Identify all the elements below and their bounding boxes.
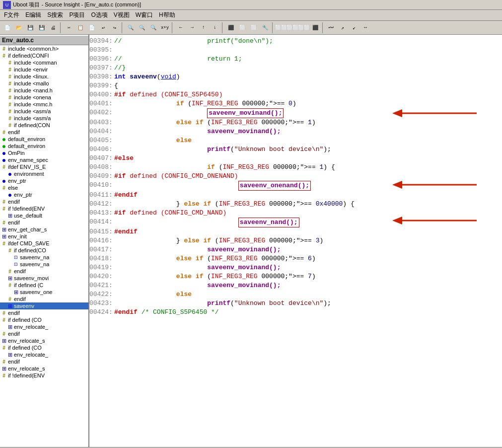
tb-r1[interactable]: ↩↩ bbox=[326, 22, 337, 33]
menu-edit[interactable]: E编辑 bbox=[22, 10, 44, 20]
sidebar-item[interactable]: #ifdef CMD_SAVE bbox=[0, 240, 88, 247]
sidebar-item[interactable]: #else bbox=[0, 184, 88, 191]
tb-b2[interactable]: ⬜ bbox=[237, 22, 248, 33]
tb-paste[interactable]: 📄 bbox=[86, 22, 97, 33]
line-code[interactable]: { bbox=[114, 81, 502, 90]
sidebar-item[interactable]: ⊞saveenv_one bbox=[0, 289, 88, 296]
sidebar-item[interactable]: ●OmPin bbox=[0, 149, 88, 156]
line-code[interactable]: } else if (INF_REG3_REG 000000;">== 3) bbox=[114, 236, 502, 245]
sidebar-item[interactable]: #endif bbox=[0, 296, 88, 302]
sidebar-item[interactable]: #include <mmc.h bbox=[0, 101, 88, 108]
sidebar-item[interactable]: #endif bbox=[0, 330, 88, 337]
tb-back[interactable]: ← bbox=[175, 22, 186, 33]
line-code[interactable]: } else if (INF_REG3_REG 000000;">== 0x40… bbox=[114, 200, 502, 209]
sidebar-item[interactable]: #endif bbox=[0, 358, 88, 365]
sidebar-item[interactable]: #endif bbox=[0, 309, 88, 316]
tb-layout2[interactable]: ⬜⬜ bbox=[287, 22, 298, 33]
line-code[interactable]: saveenv_onenand(); bbox=[114, 181, 502, 191]
line-code[interactable]: else bbox=[114, 290, 502, 299]
line-code[interactable]: if (INF_REG3_REG 000000;">== 0) bbox=[114, 99, 502, 108]
line-code[interactable]: saveenv_movinand(); bbox=[114, 281, 502, 290]
tb-b4[interactable]: 🔧 bbox=[260, 22, 271, 33]
tb-save2[interactable]: 💾 bbox=[36, 22, 47, 33]
tb-r2[interactable]: ↗ bbox=[337, 22, 348, 33]
code-area[interactable]: 00394:// printf("done\n");00395:00396://… bbox=[89, 35, 502, 447]
menu-project[interactable]: P项目 bbox=[66, 10, 88, 20]
tb-search[interactable]: 🔍 bbox=[125, 22, 136, 33]
line-code[interactable]: #else bbox=[114, 154, 502, 163]
sidebar-item[interactable]: #include <common.h> bbox=[0, 45, 88, 52]
line-code[interactable]: else bbox=[114, 136, 502, 145]
tb-copy[interactable]: 📋 bbox=[75, 22, 86, 33]
sidebar-item[interactable]: #include <asm/a bbox=[0, 115, 88, 122]
tb-search3[interactable]: 🔍 bbox=[148, 22, 159, 33]
menu-view[interactable]: V视图 bbox=[111, 10, 133, 20]
sidebar-item[interactable]: #endif bbox=[0, 268, 88, 275]
sidebar-item[interactable]: ●env_ptr bbox=[0, 191, 88, 198]
line-code[interactable]: saveenv_movinand(); bbox=[114, 108, 502, 118]
sidebar-item[interactable]: #if defined(CO bbox=[0, 247, 88, 254]
line-code[interactable]: saveenv_movinand(); bbox=[114, 245, 502, 254]
sidebar-item[interactable]: ⊞env_relocate_ bbox=[0, 323, 88, 330]
sidebar-item[interactable]: ⊡saveenv_na bbox=[0, 261, 88, 268]
line-code[interactable]: printf("Unknown boot device\n"); bbox=[114, 145, 502, 154]
sidebar-item[interactable]: #include <envir bbox=[0, 66, 88, 73]
sidebar-item[interactable]: ⊡saveenv_na bbox=[0, 254, 88, 261]
sidebar-item[interactable]: #include <asm/a bbox=[0, 108, 88, 115]
tb-cut[interactable]: ✂ bbox=[64, 22, 74, 33]
line-code[interactable]: printf("Unknown boot device\n"); bbox=[114, 299, 502, 308]
line-code[interactable]: #if defined (CONFIG_CMD_ONENAND) bbox=[114, 172, 502, 181]
line-code[interactable]: //} bbox=[114, 64, 502, 73]
sidebar-item[interactable]: ⊞env_get_char_s bbox=[0, 226, 88, 233]
sidebar-item[interactable]: ⊞env_relocate_ bbox=[0, 351, 88, 358]
tb-print[interactable]: 🖨 bbox=[48, 22, 59, 33]
line-code[interactable]: else if (INF_REG3_REG 000000;">== 1) bbox=[114, 118, 502, 127]
tb-search2[interactable]: 🔍 bbox=[137, 22, 147, 33]
line-code[interactable]: #if defined (CONFIG_CMD_NAND) bbox=[114, 209, 502, 218]
sidebar-item[interactable]: ●environment bbox=[0, 170, 88, 177]
sidebar-item[interactable]: ⊞env_relocate_s bbox=[0, 337, 88, 344]
menu-help[interactable]: H帮助 bbox=[156, 10, 178, 20]
tb-undo[interactable]: ↩ bbox=[98, 22, 109, 33]
line-code[interactable]: saveenv_movinand(); bbox=[114, 127, 502, 136]
line-code[interactable]: #endif bbox=[114, 227, 502, 236]
line-code[interactable]: if (INF_REG3_REG 000000;">== 1) { bbox=[114, 163, 502, 172]
tb-layout1[interactable]: ⬜⬜ bbox=[276, 22, 287, 33]
sidebar-item[interactable]: #endif bbox=[0, 219, 88, 226]
sidebar-item[interactable]: ●env_name_spec bbox=[0, 156, 88, 163]
line-code[interactable]: #if defined (CONFIG_S5P6450) bbox=[114, 90, 502, 99]
tb-new[interactable]: 📄 bbox=[2, 22, 13, 33]
sidebar-item[interactable]: #if defined(CON bbox=[0, 122, 88, 129]
sidebar-item[interactable]: #if !defined(ENV bbox=[0, 205, 88, 212]
line-code[interactable]: else if (INF_REG3_REG 000000;">== 6) bbox=[114, 254, 502, 263]
sidebar-item[interactable]: ●default_environ bbox=[0, 136, 88, 143]
menu-search[interactable]: S搜索 bbox=[44, 10, 66, 20]
menu-file[interactable]: F文件 bbox=[1, 10, 22, 20]
sidebar-item[interactable]: ⊞env_init bbox=[0, 233, 88, 240]
sidebar-item[interactable]: #endif bbox=[0, 198, 88, 205]
sidebar-item[interactable]: ●env_ptr bbox=[0, 177, 88, 184]
sidebar-item[interactable]: ⊞saveenv bbox=[0, 302, 88, 309]
tb-layout4[interactable]: ⬛ bbox=[310, 22, 321, 33]
tb-fwd[interactable]: → bbox=[187, 22, 198, 33]
line-code[interactable]: else if (INF_REG3_REG 000000;">== 7) bbox=[114, 272, 502, 281]
menu-window[interactable]: W窗口 bbox=[133, 10, 156, 20]
line-code[interactable]: // printf("done\n"); bbox=[114, 37, 502, 46]
sidebar-item[interactable]: ⊞env_relocate_s bbox=[0, 365, 88, 372]
sidebar[interactable]: Env_auto.c #include <common.h>#if define… bbox=[0, 35, 89, 447]
sidebar-item[interactable]: ⊞saveenv_movi bbox=[0, 275, 88, 282]
sidebar-item[interactable]: #if defined (C bbox=[0, 282, 88, 289]
sidebar-item[interactable]: #include <linux. bbox=[0, 73, 88, 80]
line-code[interactable]: saveenv_nand(); bbox=[114, 218, 502, 227]
sidebar-item[interactable]: #if defined(CONFI bbox=[0, 52, 88, 59]
sidebar-item[interactable]: #if defined (CO bbox=[0, 316, 88, 323]
sidebar-item[interactable]: #ifdef ENV_IS_E bbox=[0, 163, 88, 170]
sidebar-item[interactable]: #include <onena bbox=[0, 94, 88, 101]
tb-redo[interactable]: ↪ bbox=[109, 22, 120, 33]
line-code[interactable]: saveenv_movinand(); bbox=[114, 263, 502, 272]
tb-r3[interactable]: ↙ bbox=[349, 22, 359, 33]
line-code[interactable]: #endif /* CONFIG_S5P6450 */ bbox=[114, 308, 502, 317]
sidebar-item[interactable]: #if !defined(ENV bbox=[0, 372, 88, 379]
tb-down[interactable]: ↓ bbox=[210, 22, 220, 33]
tb-up[interactable]: ↑ bbox=[198, 22, 209, 33]
